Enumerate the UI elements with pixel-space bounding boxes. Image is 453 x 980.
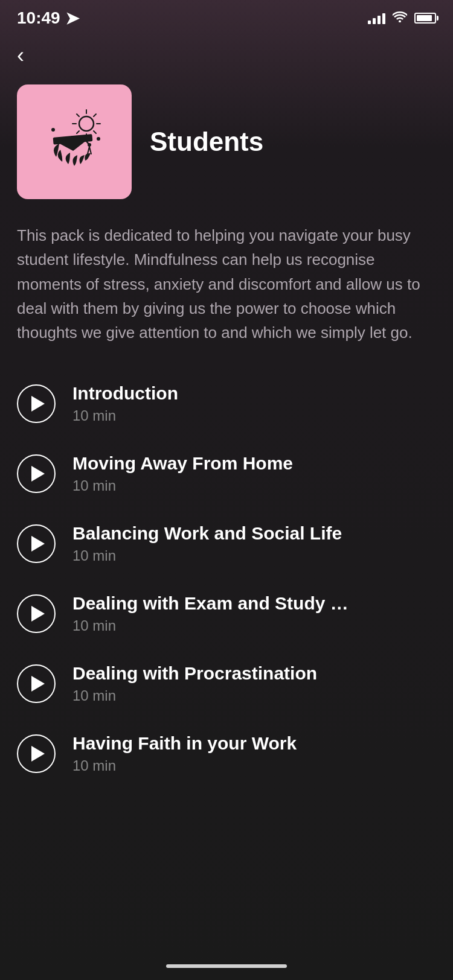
svg-line-7 — [94, 114, 96, 116]
track-item[interactable]: Introduction 10 min — [0, 369, 453, 439]
track-info-3: Dealing with Exam and Study … 10 min — [72, 593, 349, 634]
play-icon-3 — [31, 606, 45, 622]
track-item[interactable]: Dealing with Procrastination 10 min — [0, 649, 453, 719]
track-name-5: Having Faith in your Work — [72, 733, 297, 754]
wifi-icon — [393, 11, 407, 25]
track-list: Introduction 10 min Moving Away From Hom… — [0, 369, 453, 813]
play-button-3[interactable] — [17, 594, 56, 633]
track-item[interactable]: Moving Away From Home 10 min — [0, 439, 453, 509]
svg-line-6 — [94, 131, 96, 133]
back-button[interactable]: ‹ — [0, 33, 453, 78]
track-item[interactable]: Having Faith in your Work 10 min — [0, 719, 453, 789]
play-icon-0 — [31, 396, 45, 412]
svg-point-16 — [97, 137, 100, 141]
svg-line-14 — [89, 147, 91, 154]
track-duration-4: 10 min — [72, 687, 317, 704]
svg-line-5 — [77, 114, 79, 116]
status-bar: 10:49 ➤ — [0, 0, 453, 33]
track-info-2: Balancing Work and Social Life 10 min — [72, 523, 342, 564]
play-button-1[interactable] — [17, 454, 56, 493]
time-display: 10:49 — [17, 8, 60, 28]
home-bar — [166, 964, 287, 968]
play-icon-2 — [31, 536, 45, 552]
svg-point-15 — [60, 140, 64, 144]
track-duration-5: 10 min — [72, 757, 297, 774]
header-section: Students — [0, 78, 453, 217]
track-duration-0: 10 min — [72, 407, 178, 424]
battery-icon — [414, 13, 436, 24]
track-duration-1: 10 min — [72, 477, 293, 494]
track-info-5: Having Faith in your Work 10 min — [72, 733, 297, 774]
play-button-0[interactable] — [17, 384, 56, 423]
track-duration-3: 10 min — [72, 617, 349, 634]
signal-icon — [368, 12, 385, 24]
track-item[interactable]: Balancing Work and Social Life 10 min — [0, 509, 453, 579]
track-info-1: Moving Away From Home 10 min — [72, 453, 293, 494]
track-name-2: Balancing Work and Social Life — [72, 523, 342, 544]
svg-line-8 — [77, 131, 79, 133]
back-chevron-icon: ‹ — [17, 43, 24, 68]
home-indicator — [0, 957, 453, 980]
track-duration-2: 10 min — [72, 547, 342, 564]
status-icons — [368, 11, 436, 25]
play-button-4[interactable] — [17, 664, 56, 703]
track-name-1: Moving Away From Home — [72, 453, 293, 474]
play-button-2[interactable] — [17, 524, 56, 563]
pack-title: Students — [150, 127, 263, 157]
track-item[interactable]: Dealing with Exam and Study … 10 min — [0, 579, 453, 649]
play-icon-4 — [31, 676, 45, 692]
status-time: 10:49 ➤ — [17, 8, 79, 28]
pack-image — [17, 84, 132, 199]
svg-point-17 — [51, 128, 55, 132]
pack-description: This pack is dedicated to helping you na… — [0, 217, 453, 369]
play-icon-1 — [31, 466, 45, 482]
track-info-0: Introduction 10 min — [72, 383, 178, 424]
track-name-0: Introduction — [72, 383, 178, 404]
track-name-3: Dealing with Exam and Study … — [72, 593, 349, 614]
track-info-4: Dealing with Procrastination 10 min — [72, 663, 317, 704]
graduation-illustration — [29, 97, 120, 187]
play-icon-5 — [31, 746, 45, 762]
location-arrow-icon: ➤ — [65, 8, 79, 28]
play-button-5[interactable] — [17, 734, 56, 773]
track-name-4: Dealing with Procrastination — [72, 663, 317, 684]
svg-point-0 — [79, 116, 94, 131]
